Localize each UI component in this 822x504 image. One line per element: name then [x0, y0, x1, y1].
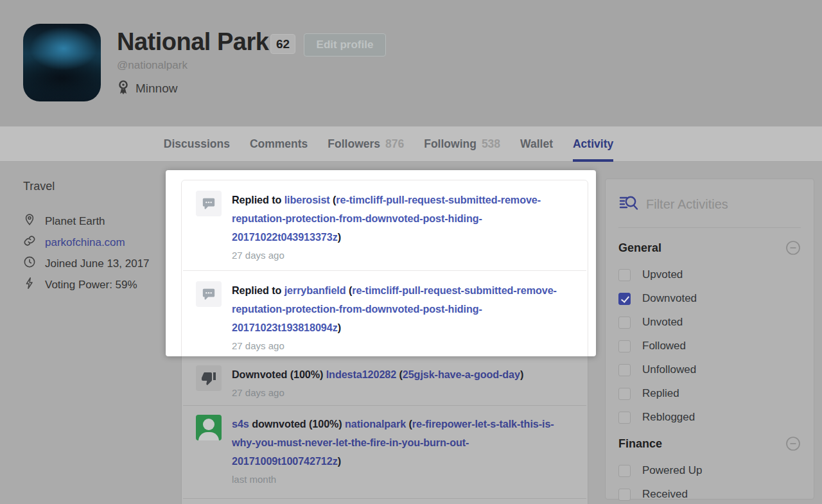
filter-option-downvoted[interactable]: Downvoted: [618, 292, 801, 305]
filter-search-icon: [618, 193, 639, 215]
filter-header: Filter Activities: [618, 193, 801, 215]
action-text: Replied to: [232, 194, 281, 205]
highlighted-activity-card: Replied to liberosist (re-timcliff-pull-…: [181, 180, 588, 356]
profile-avatar[interactable]: [23, 24, 101, 101]
lightning-icon: [23, 277, 36, 293]
user-link[interactable]: liberosist: [284, 194, 330, 205]
checkbox-unfollowed[interactable]: [618, 364, 631, 376]
filter-activities-panel: Filter Activities General Upvoted Downvo…: [605, 178, 814, 500]
checkbox-replied[interactable]: [618, 388, 631, 400]
divider: [618, 227, 801, 228]
filter-option-received[interactable]: Received: [618, 488, 801, 501]
tab-activity[interactable]: Activity: [573, 126, 613, 162]
tab-discussions[interactable]: Discussions: [164, 126, 230, 162]
action-text: Replied to: [232, 284, 281, 296]
section-title: General: [618, 241, 661, 255]
profile-sidebar: Travel Planet Earth parkofchina.com Join…: [23, 180, 164, 300]
link-icon: [23, 234, 36, 250]
paren: ): [338, 322, 341, 333]
tab-comments[interactable]: Comments: [250, 126, 308, 162]
action-text: downvoted (100%): [252, 418, 342, 430]
user-link[interactable]: nationalpark: [345, 418, 406, 430]
divider: [183, 498, 586, 499]
section-title: Finance: [618, 437, 662, 451]
joined-text: Joined June 13, 2017: [45, 257, 150, 270]
location-text: Planet Earth: [45, 215, 105, 228]
rank-label: Minnow: [136, 82, 177, 96]
filter-option-unfollowed[interactable]: Unfollowed: [618, 363, 801, 376]
website-link[interactable]: parkofchina.com: [45, 236, 125, 249]
profile-name: National Park: [117, 28, 268, 56]
paren: ): [338, 231, 341, 243]
tab-following[interactable]: Following538: [424, 126, 500, 162]
checkbox-followed[interactable]: [618, 340, 631, 352]
collapse-section-icon[interactable]: [785, 240, 801, 256]
followers-count: 876: [385, 137, 404, 151]
action-text: Downvoted (100%): [232, 369, 323, 380]
comment-icon: [196, 281, 222, 307]
walkthrough-spotlight: Replied to liberosist (re-timcliff-pull-…: [166, 170, 596, 356]
filter-option-powered-up[interactable]: Powered Up: [618, 464, 801, 477]
voting-power-row: Voting Power: 59%: [23, 279, 164, 291]
reputation-badge: 62: [270, 34, 295, 54]
checkbox-upvoted[interactable]: [618, 269, 631, 281]
following-count: 538: [482, 137, 500, 151]
activity-item-downvoted[interactable]: Downvoted (100%) lndesta120282 (25gjsk-h…: [182, 356, 588, 405]
permlink-link[interactable]: 25gjsk-have-a-good-day: [403, 369, 520, 380]
checkbox-received[interactable]: [618, 489, 631, 501]
activity-item-reply-jerrybanfield[interactable]: Replied to jerrybanfield (re-timcliff-pu…: [182, 271, 588, 356]
checkbox-downvoted[interactable]: [618, 293, 631, 305]
filter-section-finance: Finance: [618, 434, 801, 453]
tab-followers[interactable]: Followers876: [328, 126, 404, 162]
location-pin-icon: [23, 213, 36, 229]
clock-icon: [23, 256, 36, 272]
paren: ): [520, 369, 523, 380]
profile-header: National Park 62 Edit profile @nationalp…: [0, 0, 822, 126]
joined-row: Joined June 13, 2017: [23, 257, 164, 270]
activity-timestamp: 27 days ago: [232, 339, 567, 353]
filter-option-replied[interactable]: Replied: [618, 387, 801, 400]
filter-option-followed[interactable]: Followed: [618, 340, 801, 352]
location-row: Planet Earth: [23, 215, 164, 227]
checkbox-reblogged[interactable]: [618, 412, 631, 424]
filter-option-upvoted[interactable]: Upvoted: [618, 268, 801, 281]
filter-title: Filter Activities: [646, 197, 728, 212]
user-link[interactable]: jerrybanfield: [284, 284, 346, 296]
activity-item-s4s-downvote[interactable]: s4s downvoted (100%) nationalpark (re-fi…: [182, 406, 588, 498]
filter-section-general: General: [618, 238, 801, 257]
edit-profile-button[interactable]: Edit profile: [304, 33, 386, 56]
comment-icon: [196, 191, 222, 216]
user-link[interactable]: lndesta120282: [326, 369, 396, 380]
tab-wallet[interactable]: Wallet: [520, 126, 553, 162]
medal-icon: [116, 79, 131, 98]
user-avatar[interactable]: [196, 415, 222, 440]
activity-timestamp: 27 days ago: [232, 386, 567, 400]
activity-timestamp: 27 days ago: [232, 248, 567, 263]
thumbs-down-icon: [196, 365, 222, 391]
paren: ): [338, 455, 341, 467]
collapse-section-icon[interactable]: [785, 436, 801, 451]
actor-link[interactable]: s4s: [232, 418, 249, 430]
filter-option-reblogged[interactable]: Reblogged: [618, 411, 801, 424]
profile-handle: @nationalpark: [117, 59, 188, 72]
website-row: parkofchina.com: [23, 236, 164, 248]
checkbox-powered-up[interactable]: [618, 465, 631, 477]
voting-power-text: Voting Power: 59%: [45, 279, 137, 291]
filter-option-unvoted[interactable]: Unvoted: [618, 316, 801, 329]
activity-timestamp: last month: [232, 473, 567, 487]
profile-about: Travel: [23, 180, 164, 193]
activity-item-reply-liberosist[interactable]: Replied to liberosist (re-timcliff-pull-…: [182, 180, 588, 270]
checkbox-unvoted[interactable]: [618, 317, 631, 329]
rank-row: Minnow: [116, 79, 177, 98]
profile-tabbar: Discussions Comments Followers876 Follow…: [0, 126, 822, 162]
